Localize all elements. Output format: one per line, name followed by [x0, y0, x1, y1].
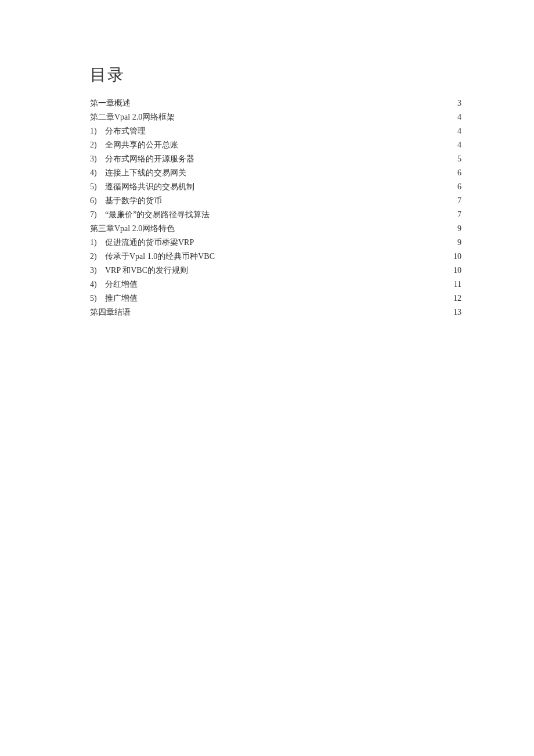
toc-entry-page: 5	[456, 152, 461, 166]
toc-entry[interactable]: 5)推广增值12	[90, 291, 461, 305]
toc-entry[interactable]: 6)基于数学的货币7	[90, 194, 461, 208]
toc-entry-label: VRP 和VBC的发行规则	[105, 264, 188, 278]
toc-entry-marker: 2)	[90, 138, 105, 152]
toc-leader	[194, 181, 456, 189]
toc-leader	[194, 237, 456, 245]
toc-entry-marker: 7)	[90, 208, 105, 222]
toc-entry-page: 4	[456, 110, 461, 124]
toc-entry[interactable]: 5)遵循网络共识的交易机制6	[90, 180, 461, 194]
toc-entry[interactable]: 3)VRP 和VBC的发行规则10	[90, 264, 461, 278]
toc-leader	[138, 293, 452, 301]
toc-entry[interactable]: 2)全网共享的公开总账4	[90, 138, 461, 152]
toc-entry-label: “最廉价”的交易路径寻找算法	[105, 208, 210, 222]
toc-entry-page: 9	[456, 222, 461, 236]
toc-entry-page: 10	[452, 250, 461, 264]
toc-entry-marker: 3)	[90, 264, 105, 278]
toc-entry[interactable]: 第二章Vpal 2.0网络框架4	[90, 110, 461, 124]
toc-entry-label: 全网共享的公开总账	[105, 138, 178, 152]
toc-entry-label: 促进流通的货币桥梁VRP	[105, 236, 194, 250]
toc-leader	[146, 125, 456, 134]
toc-entry-label: 第一章概述	[90, 96, 131, 110]
toc-entry-marker: 5)	[90, 180, 105, 194]
toc-entry-label: 分布式网络的开源服务器	[105, 152, 194, 166]
toc-entry-page: 3	[456, 96, 461, 110]
toc-list: 第一章概述3第二章Vpal 2.0网络框架41)分布式管理42)全网共享的公开总…	[90, 96, 461, 319]
toc-entry-page: 10	[452, 264, 461, 278]
toc-leader	[186, 167, 456, 175]
toc-entry-label: 传承于Vpal 1.0的经典币种VBC	[105, 250, 215, 264]
toc-leader	[188, 265, 452, 273]
toc-entry[interactable]: 第四章结语13	[90, 305, 461, 319]
toc-entry[interactable]: 2)传承于Vpal 1.0的经典币种VBC10	[90, 250, 461, 264]
toc-leader	[131, 98, 456, 106]
toc-entry-page: 6	[456, 180, 461, 194]
toc-entry-marker: 3)	[90, 152, 105, 166]
toc-entry-marker: 6)	[90, 194, 105, 208]
toc-leader	[175, 111, 456, 120]
toc-entry[interactable]: 第一章概述3	[90, 96, 461, 110]
toc-leader	[178, 139, 456, 147]
toc-entry-label: 遵循网络共识的交易机制	[105, 180, 194, 194]
toc-entry-label: 基于数学的货币	[105, 194, 162, 208]
toc-entry-label: 分红增值	[105, 278, 138, 291]
toc-entry-page: 4	[456, 138, 461, 152]
toc-entry-label: 第三章Vpal 2.0网络特色	[90, 222, 175, 236]
toc-entry[interactable]: 第三章Vpal 2.0网络特色9	[90, 222, 461, 236]
toc-entry-page: 6	[456, 166, 461, 180]
toc-leader	[131, 307, 452, 315]
toc-entry-page: 13	[452, 305, 461, 319]
toc-entry-page: 11	[453, 278, 461, 291]
toc-entry-label: 第二章Vpal 2.0网络框架	[90, 110, 175, 124]
toc-entry[interactable]: 1)分布式管理4	[90, 124, 461, 138]
toc-entry[interactable]: 4)连接上下线的交易网关6	[90, 166, 461, 180]
toc-entry-marker: 1)	[90, 124, 105, 138]
toc-leader	[215, 251, 452, 259]
toc-title: 目录	[90, 64, 461, 86]
toc-entry-label: 分布式管理	[105, 124, 146, 138]
toc-entry[interactable]: 1)促进流通的货币桥梁VRP9	[90, 236, 461, 250]
toc-leader	[175, 223, 456, 231]
toc-entry-marker: 4)	[90, 278, 105, 291]
toc-entry-page: 7	[456, 208, 461, 222]
toc-leader	[162, 195, 456, 203]
toc-entry-label: 连接上下线的交易网关	[105, 166, 186, 180]
toc-entry-marker: 2)	[90, 250, 105, 264]
toc-leader	[194, 153, 456, 161]
toc-entry-marker: 1)	[90, 236, 105, 250]
toc-entry[interactable]: 7)“最廉价”的交易路径寻找算法7	[90, 208, 461, 222]
toc-entry[interactable]: 4)分红增值11	[90, 278, 461, 291]
toc-entry-page: 7	[456, 194, 461, 208]
toc-entry-marker: 4)	[90, 166, 105, 180]
toc-entry-page: 9	[456, 236, 461, 250]
toc-entry-marker: 5)	[90, 291, 105, 305]
toc-entry[interactable]: 3)分布式网络的开源服务器5	[90, 152, 461, 166]
toc-leader	[138, 279, 453, 287]
toc-entry-label: 第四章结语	[90, 305, 131, 319]
toc-leader	[210, 209, 456, 217]
toc-entry-page: 12	[452, 291, 461, 305]
toc-entry-page: 4	[456, 124, 461, 138]
toc-entry-label: 推广增值	[105, 291, 138, 305]
